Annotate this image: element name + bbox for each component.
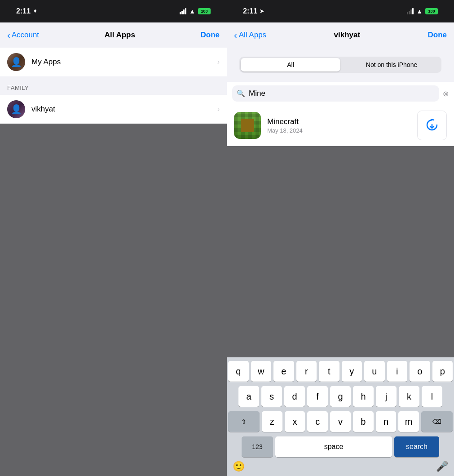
- key-z[interactable]: z: [262, 411, 282, 432]
- key-j[interactable]: j: [376, 386, 397, 407]
- key-a[interactable]: a: [238, 386, 259, 407]
- key-s[interactable]: s: [261, 386, 282, 407]
- back-label-right[interactable]: All Apps: [239, 31, 266, 40]
- keyboard-row-1: q w e r t y u i o p: [228, 361, 453, 382]
- emoji-button[interactable]: 🙂: [233, 461, 245, 472]
- my-apps-avatar-icon: 👤: [11, 57, 22, 67]
- key-delete[interactable]: ⌫: [421, 411, 453, 432]
- wifi-icon-right: ▲: [416, 8, 423, 15]
- status-bar-right: 2:11 ➤ ▲ 100: [227, 0, 454, 22]
- keyboard-row-3: ⇧ z x c v b n m ⌫: [228, 411, 453, 432]
- location-icon-left: ✦: [33, 8, 37, 14]
- time-text-left: 2:11: [16, 7, 31, 15]
- my-apps-item[interactable]: 👤 My Apps ›: [0, 48, 227, 76]
- download-icon: [425, 118, 439, 133]
- my-apps-avatar: 👤: [7, 53, 25, 71]
- minecraft-item: Minecraft May 18, 2024: [227, 105, 454, 146]
- vikhyat-chevron-icon: ›: [217, 105, 220, 113]
- segment-container: All Not on this iPhone: [227, 48, 454, 82]
- minecraft-icon: [234, 112, 261, 139]
- left-spacer: [0, 124, 227, 476]
- vikhyat-avatar: 👤: [7, 100, 25, 118]
- key-search[interactable]: search: [394, 436, 439, 457]
- vikhyat-item[interactable]: 👤 vikhyat ›: [0, 95, 227, 124]
- key-p[interactable]: p: [432, 361, 453, 382]
- my-apps-chevron-icon: ›: [217, 58, 220, 66]
- time-left: 2:11 ✦: [8, 0, 45, 22]
- nav-bar-right: ‹ All Apps vikhyat Done: [227, 22, 454, 48]
- time-text-right: 2:11: [243, 7, 257, 15]
- left-panel: 2:11 ✦ ▲ 100 ‹ Account All Apps Done: [0, 0, 227, 476]
- clear-icon[interactable]: ⊗: [443, 89, 449, 98]
- key-shift[interactable]: ⇧: [228, 411, 260, 432]
- done-button-left[interactable]: Done: [201, 31, 220, 40]
- right-panel: 2:11 ➤ ▲ 100 ‹ All Apps vikhyat Done: [227, 0, 454, 476]
- key-o[interactable]: o: [410, 361, 430, 382]
- key-l[interactable]: l: [422, 386, 442, 407]
- search-bar-container: 🔍 Mine ⊗: [227, 82, 454, 105]
- key-b[interactable]: b: [353, 411, 374, 432]
- back-label-left[interactable]: Account: [12, 31, 39, 40]
- keyboard-row-bottom: 123 space search: [228, 436, 453, 457]
- vikhyat-label: vikhyat: [31, 105, 217, 114]
- page-title-right: vikhyat: [334, 31, 361, 40]
- key-f[interactable]: f: [307, 386, 328, 407]
- my-apps-section: 👤 My Apps ›: [0, 48, 227, 76]
- segment-not-on-phone[interactable]: Not on this iPhone: [342, 57, 441, 73]
- vikhyat-avatar-icon: 👤: [11, 104, 22, 115]
- wifi-icon-left: ▲: [189, 8, 195, 15]
- mic-button[interactable]: 🎤: [436, 461, 448, 472]
- chevron-left-icon-right: ‹: [234, 30, 237, 40]
- key-w[interactable]: w: [251, 361, 272, 382]
- keyboard: q w e r t y u i o p a s d f g h j k l ⇧ …: [227, 357, 454, 476]
- segment-all[interactable]: All: [241, 58, 340, 71]
- my-apps-label: My Apps: [31, 58, 217, 67]
- mc-face: [241, 119, 254, 132]
- back-button-left[interactable]: ‹ Account: [7, 30, 39, 40]
- right-spacer: [227, 146, 454, 357]
- back-button-right[interactable]: ‹ All Apps: [234, 30, 266, 40]
- key-m[interactable]: m: [398, 411, 419, 432]
- family-section-header: FAMILY: [0, 76, 227, 95]
- key-h[interactable]: h: [353, 386, 374, 407]
- key-space[interactable]: space: [275, 436, 392, 457]
- key-u[interactable]: u: [364, 361, 385, 382]
- key-y[interactable]: y: [342, 361, 362, 382]
- key-n[interactable]: n: [376, 411, 397, 432]
- status-icons-right: ▲ 100: [399, 0, 446, 22]
- keyboard-util-row: 🙂 🎤: [228, 459, 453, 474]
- shift-icon: ⇧: [241, 418, 247, 425]
- time-right: 2:11 ➤: [235, 0, 272, 22]
- key-x[interactable]: x: [285, 411, 305, 432]
- delete-icon: ⌫: [432, 418, 441, 425]
- segment-control: All Not on this iPhone: [239, 57, 441, 73]
- search-bar[interactable]: 🔍 Mine: [232, 85, 439, 102]
- key-v[interactable]: v: [330, 411, 351, 432]
- download-button[interactable]: [417, 111, 447, 140]
- key-t[interactable]: t: [319, 361, 339, 382]
- key-q[interactable]: q: [228, 361, 249, 382]
- location-icon-right: ➤: [260, 8, 264, 14]
- key-c[interactable]: c: [307, 411, 328, 432]
- key-k[interactable]: k: [399, 386, 419, 407]
- app-info: Minecraft May 18, 2024: [267, 117, 417, 134]
- key-d[interactable]: d: [284, 386, 305, 407]
- signal-icon-left: [180, 8, 186, 14]
- search-icon: 🔍: [237, 89, 245, 98]
- search-input[interactable]: Mine: [249, 89, 435, 98]
- nav-bar-left: ‹ Account All Apps Done: [0, 22, 227, 48]
- app-date: May 18, 2024: [267, 127, 417, 134]
- chevron-left-icon-left: ‹: [7, 30, 10, 40]
- key-g[interactable]: g: [330, 386, 351, 407]
- key-i[interactable]: i: [387, 361, 408, 382]
- status-icons-left: ▲ 100: [172, 0, 219, 22]
- vikhyat-section: 👤 vikhyat ›: [0, 95, 227, 124]
- key-numbers[interactable]: 123: [242, 436, 273, 457]
- signal-icon-right: [407, 8, 414, 14]
- battery-right: 100: [425, 8, 438, 14]
- done-button-right[interactable]: Done: [428, 31, 447, 40]
- battery-left: 100: [198, 8, 211, 14]
- status-bar-left: 2:11 ✦ ▲ 100: [0, 0, 227, 22]
- key-e[interactable]: e: [273, 361, 294, 382]
- key-r[interactable]: r: [296, 361, 317, 382]
